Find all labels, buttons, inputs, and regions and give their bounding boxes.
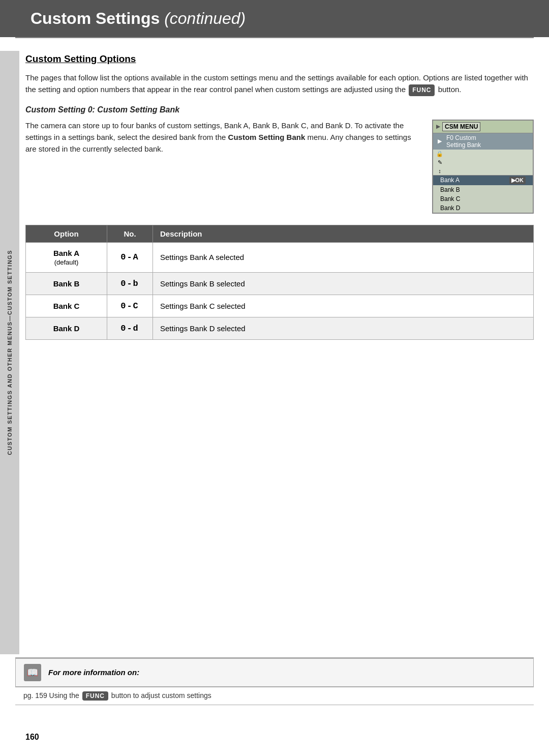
subsection-title: Custom Setting 0: Custom Setting Bank — [25, 105, 534, 114]
lcd-bank-b-row: Bank B — [433, 185, 533, 194]
table-cell-desc: Settings Bank C selected — [153, 295, 534, 317]
footer-pg-text2: button to adjust custom settings — [111, 691, 211, 700]
table-cell-option: Bank A(default) — [26, 242, 107, 272]
sidebar-text: CUSTOM SETTINGS AND OTHER MENUS—CUSTOM S… — [7, 250, 13, 455]
lcd-f0-label: F0 CustomSetting Bank — [446, 134, 530, 149]
lcd-submenu: Bank A ▶OK Bank B Bank C Bank D — [433, 175, 533, 213]
footer-func-btn: FUNC — [82, 691, 108, 701]
table-cell-desc: Settings Bank B selected — [153, 272, 534, 295]
sub-body-text: The camera can store up to four banks of… — [25, 120, 420, 214]
footer-info: 📖 For more information on: pg. 159 Using… — [15, 657, 534, 705]
table-cell-no: 0-A — [107, 242, 153, 272]
lcd-arrow-icon: ▶ — [436, 138, 443, 144]
page-number: 160 — [25, 733, 39, 742]
two-col-section: The camera can store up to four banks of… — [25, 120, 534, 214]
lcd-pencil-icon: ✎ — [436, 159, 443, 166]
intro-text-2: button. — [438, 85, 462, 94]
footer-pg-rule — [15, 705, 534, 705]
footer-pg-text: pg. 159 Using the — [23, 691, 79, 700]
lcd-updown-icon: ↕ — [436, 168, 443, 174]
header-banner: Custom Settings (continued) — [0, 0, 549, 37]
lcd-row-pencil: ✎ — [433, 158, 533, 167]
settings-table: Option No. Description Bank A(default)0-… — [25, 225, 534, 340]
footer-book-icon: 📖 — [24, 664, 41, 681]
footer-label: For more information on: — [48, 668, 139, 677]
lcd-row-lock: 🔒 — [433, 150, 533, 158]
header-title-text: Custom Settings — [30, 9, 160, 27]
sub-text-bold: Custom Setting Bank — [228, 133, 306, 141]
col-header-no: No. — [107, 225, 153, 242]
table-cell-option: Bank B — [26, 272, 107, 295]
table-cell-no: 0-b — [107, 272, 153, 295]
table-row: Bank C0-CSettings Bank C selected — [26, 295, 534, 317]
col-header-desc: Description — [153, 225, 534, 242]
lcd-ok-badge: ▶OK — [509, 177, 526, 184]
table-row: Bank B0-bSettings Bank B selected — [26, 272, 534, 295]
main-content: Custom Setting Options The pages that fo… — [25, 38, 534, 340]
camera-lcd: ▶ CSM MENU ▶ F0 CustomSetting Bank 🔒 ✎ ↕ — [432, 120, 534, 214]
footer-pg: pg. 159 Using the FUNC button to adjust … — [15, 687, 534, 705]
table-header-row: Option No. Description — [26, 225, 534, 242]
lcd-bank-d-label: Bank D — [440, 205, 460, 212]
table-cell-no: 0-C — [107, 295, 153, 317]
table-cell-desc: Settings Bank A selected — [153, 242, 534, 272]
lcd-bank-a-label: Bank A — [440, 177, 509, 184]
table-cell-option: Bank D — [26, 317, 107, 339]
table-row: Bank A(default)0-ASettings Bank A select… — [26, 242, 534, 272]
lcd-bank-a-row: Bank A ▶OK — [433, 176, 533, 185]
table-row: Bank D0-dSettings Bank D selected — [26, 317, 534, 339]
footer-box: 📖 For more information on: — [15, 659, 534, 687]
lcd-bank-b-label: Bank B — [440, 186, 460, 193]
lcd-bank-c-row: Bank C — [433, 194, 533, 203]
func-button-inline: FUNC — [409, 84, 435, 96]
lcd-header: ▶ CSM MENU — [433, 121, 533, 133]
table-cell-option: Bank C — [26, 295, 107, 317]
header-title: Custom Settings (continued) — [30, 9, 246, 28]
lcd-bank-c-label: Bank C — [440, 195, 460, 202]
lcd-header-text: CSM MENU — [442, 122, 480, 131]
table-cell-no: 0-d — [107, 317, 153, 339]
lcd-row-f0: ▶ F0 CustomSetting Bank — [433, 133, 533, 150]
intro-paragraph: The pages that follow list the options a… — [25, 72, 534, 96]
lcd-bank-d-row: Bank D — [433, 203, 533, 213]
lcd-row-arrow: ↕ — [433, 167, 533, 175]
section-title: Custom Setting Options — [25, 53, 534, 65]
col-header-option: Option — [26, 225, 107, 242]
header-title-italic: (continued) — [160, 9, 246, 27]
sidebar: CUSTOM SETTINGS AND OTHER MENUS—CUSTOM S… — [0, 51, 19, 654]
lcd-lock-icon: 🔒 — [436, 151, 443, 157]
table-cell-desc: Settings Bank D selected — [153, 317, 534, 339]
